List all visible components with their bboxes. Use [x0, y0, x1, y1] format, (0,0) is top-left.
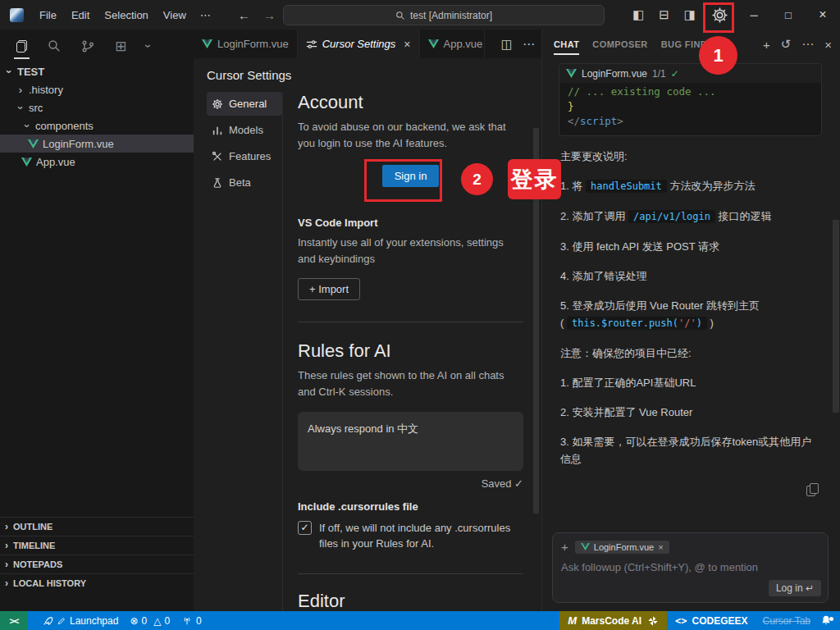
context-chip-loginform[interactable]: LoginForm.vue × — [575, 541, 669, 554]
gear-icon — [212, 98, 223, 110]
import-button[interactable]: + Import — [298, 278, 360, 300]
section-outline[interactable]: › OUTLINE — [0, 517, 194, 536]
toggle-sidebar-left-icon[interactable]: ◧ — [625, 7, 651, 22]
chat-messages: 主要更改说明: 1. 将 handleSubmit 方法改为异步方法 2. 添加… — [542, 136, 840, 468]
vscode-import-heading: VS Code Import — [298, 217, 523, 229]
split-editor-icon[interactable]: ◫ — [501, 37, 513, 52]
new-chat-icon[interactable]: + — [763, 38, 770, 52]
page-title: Cursor Settings — [207, 68, 541, 82]
menu-file[interactable]: File — [32, 6, 64, 25]
code-line: </script> — [568, 114, 813, 129]
tab-chat[interactable]: CHAT — [554, 39, 579, 49]
include-cursorrules-checkbox[interactable]: ✓ — [298, 521, 312, 535]
window-close-button[interactable]: × — [806, 0, 840, 30]
status-bar: >< Launchpad ⊗ 0 △ 0 0 — [0, 611, 840, 630]
menu-selection[interactable]: Selection — [97, 6, 155, 25]
window-minimize-button[interactable]: ─ — [737, 0, 771, 30]
tree-item-appvue[interactable]: App.vue — [0, 153, 194, 171]
chat-more-icon[interactable]: ⋯ — [801, 37, 814, 52]
history-icon[interactable]: ↺ — [781, 37, 792, 52]
menu-more-icon[interactable]: ⋯ — [194, 6, 217, 25]
chat-input-box[interactable]: + LoginForm.vue × Ask followup (Ctrl+Shi… — [552, 532, 829, 603]
tab-close-icon[interactable]: × — [404, 38, 410, 51]
broadcast-icon — [181, 615, 193, 626]
chat-message: 4. 添加了错误处理 — [560, 267, 819, 285]
tab-loginform[interactable]: LoginForm.vue — [194, 30, 298, 58]
account-heading: Account — [298, 92, 523, 113]
tree-item-src[interactable]: › src — [0, 98, 194, 116]
warnings-icon: △ — [153, 615, 161, 627]
nav-back-icon[interactable]: ← — [238, 8, 250, 22]
copy-message-icon[interactable] — [806, 483, 819, 496]
problems-item[interactable]: ⊗ 0 △ 0 — [124, 611, 176, 630]
marscode-item[interactable]: M MarsCode AI — [559, 611, 667, 630]
chat-message: 2. 添加了调用 /api/v1/login 接口的逻辑 — [560, 208, 819, 226]
menu-edit[interactable]: Edit — [64, 6, 97, 25]
cursor-tab-item[interactable]: Cursor Tab — [756, 615, 817, 627]
settings-nav-beta[interactable]: Beta — [207, 171, 282, 194]
cursor-settings-page: Cursor Settings General — [194, 58, 541, 611]
section-local-history[interactable]: › LOCAL HISTORY — [0, 573, 194, 592]
cursor-window: File Edit Selection View ⋯ ← → test [Adm… — [0, 0, 840, 630]
settings-nav-features[interactable]: Features — [207, 144, 282, 168]
chat-login-button[interactable]: Log in ↵ — [769, 580, 821, 596]
editor-scrollbar[interactable] — [533, 128, 539, 514]
app-logo-icon — [10, 8, 24, 22]
tree-item-components[interactable]: › components — [0, 116, 194, 135]
settings-nav-general[interactable]: General — [207, 92, 282, 116]
tab-cursor-settings[interactable]: Cursor Settings × — [298, 30, 420, 58]
search-value: test [Administrator] — [410, 10, 492, 21]
notification-dot — [829, 617, 833, 621]
saved-status: Saved ✓ — [298, 477, 523, 490]
ports-item[interactable]: 0 — [176, 611, 208, 630]
chat-header: CHAT COMPOSER BUG FINDER + ↺ ⋯ × — [542, 30, 840, 56]
extensions-tab-icon[interactable]: ⊞ — [115, 39, 126, 53]
tab-appvue[interactable]: App.vue — [420, 30, 485, 58]
source-control-tab-icon[interactable] — [81, 39, 94, 52]
remote-indicator[interactable]: >< — [0, 611, 28, 630]
launchpad-item[interactable]: Launchpad — [36, 611, 124, 630]
nav-forward-icon[interactable]: → — [263, 8, 276, 22]
errors-icon: ⊗ — [130, 615, 138, 627]
vscode-import-description: Instantly use all of your extensions, se… — [298, 235, 523, 267]
add-context-icon[interactable]: + — [561, 540, 568, 554]
code-line: } — [568, 99, 813, 114]
tab-composer[interactable]: COMPOSER — [592, 39, 647, 49]
toggle-panel-icon[interactable]: ⊟ — [651, 7, 677, 22]
pen-icon — [57, 616, 66, 626]
divider — [298, 573, 523, 574]
explorer-sidebar: ⊞ › › TEST › .history › src › components — [0, 30, 194, 611]
section-timeline[interactable]: › TIMELINE — [0, 536, 194, 555]
code-file-name[interactable]: LoginForm.vue — [582, 68, 647, 80]
tree-root-test[interactable]: › TEST — [0, 62, 194, 80]
settings-gear-button[interactable] — [703, 7, 737, 24]
tree-item-loginform[interactable]: LoginForm.vue — [0, 135, 194, 153]
command-search-box[interactable]: test [Administrator] — [283, 5, 605, 25]
divider — [298, 322, 523, 322]
file-tree: › TEST › .history › src › components Log — [0, 62, 194, 171]
settings-nav-models[interactable]: Models — [207, 118, 282, 142]
vue-icon — [21, 158, 32, 167]
menu-view[interactable]: View — [156, 6, 194, 25]
explorer-tab-icon[interactable] — [16, 40, 27, 52]
toggle-sidebar-right-icon[interactable]: ◨ — [677, 7, 703, 22]
tree-item-history[interactable]: › .history — [0, 80, 194, 98]
editor-more-icon[interactable]: ⋯ — [523, 37, 535, 52]
code-line: // ... existing code ... — [568, 84, 813, 99]
chip-close-icon[interactable]: × — [658, 542, 663, 552]
chat-scrollbar[interactable] — [833, 220, 839, 413]
window-maximize-button[interactable]: □ — [771, 0, 806, 30]
search-tab-icon[interactable] — [48, 39, 61, 52]
sign-in-button[interactable]: Sign in — [382, 165, 440, 187]
pinwheel-icon — [647, 615, 659, 627]
notifications-item[interactable] — [817, 614, 840, 627]
activity-more-icon[interactable]: › — [143, 44, 156, 48]
chat-close-icon[interactable]: × — [824, 38, 832, 52]
code-range: 1/1 — [652, 68, 666, 80]
tab-bug-finder[interactable]: BUG FINDER — [661, 39, 720, 49]
codegeex-item[interactable]: <> CODEGEEX — [667, 615, 756, 627]
sliders-icon — [306, 39, 317, 50]
section-notepads[interactable]: › NOTEPADS — [0, 555, 194, 573]
sidebar-sections: › OUTLINE › TIMELINE › NOTEPADS › LOCAL … — [0, 517, 194, 592]
rules-textarea[interactable]: Always respond in 中文 — [298, 412, 523, 471]
